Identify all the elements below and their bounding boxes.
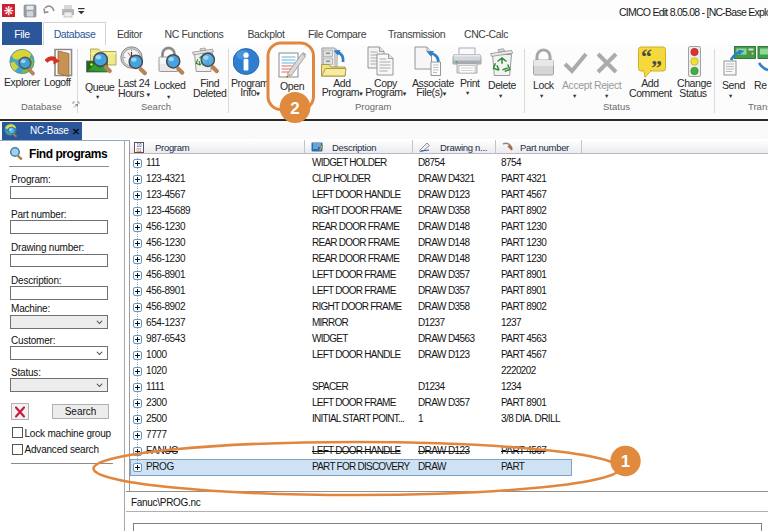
svg-text:❋: ❋ [3,4,13,18]
svg-text:”: ” [651,55,662,78]
svg-text:01: 01 [136,147,142,152]
